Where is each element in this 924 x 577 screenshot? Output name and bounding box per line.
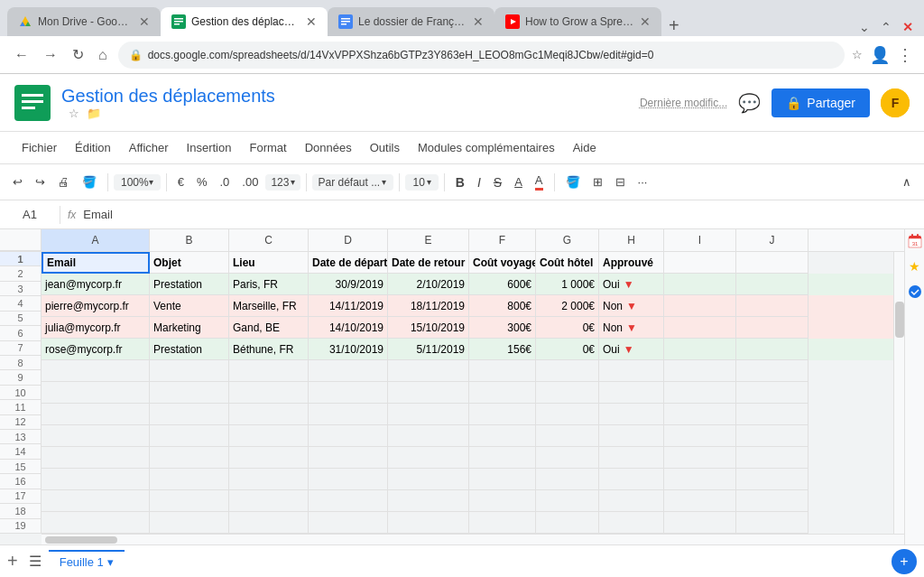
- back-button[interactable]: ←: [11, 43, 32, 67]
- bookmark-icon[interactable]: ☆: [852, 48, 863, 61]
- cell-d12[interactable]: [309, 490, 388, 512]
- cell-f3[interactable]: 800€: [469, 295, 536, 317]
- cell-e7[interactable]: [388, 382, 469, 404]
- cell-g1[interactable]: Coût hôtel: [536, 252, 599, 274]
- cell-d2[interactable]: 30/9/2019: [309, 274, 388, 295]
- forward-button[interactable]: →: [40, 43, 61, 67]
- currency-button[interactable]: €: [172, 172, 189, 192]
- menu-format[interactable]: Format: [242, 137, 293, 158]
- cell-h2[interactable]: Oui▼: [599, 274, 664, 295]
- cell-i7[interactable]: [664, 382, 736, 404]
- cell-f6[interactable]: [469, 360, 536, 382]
- cell-g6[interactable]: [536, 360, 599, 382]
- cell-e3[interactable]: 18/11/2019: [388, 295, 469, 317]
- cell-g8[interactable]: [536, 404, 599, 425]
- cell-c1[interactable]: Lieu: [229, 252, 309, 274]
- cell-b2[interactable]: Prestation: [150, 274, 229, 295]
- cell-d6[interactable]: [309, 360, 388, 382]
- cell-c8[interactable]: [229, 404, 309, 425]
- cell-j13[interactable]: [736, 512, 808, 534]
- cell-c10[interactable]: [229, 447, 309, 469]
- explore-button[interactable]: +: [892, 549, 917, 574]
- cell-a8[interactable]: [42, 404, 150, 425]
- col-header-j[interactable]: J: [736, 229, 808, 251]
- row-num-13[interactable]: 13: [0, 430, 42, 444]
- menu-icon[interactable]: ⋮: [897, 45, 913, 65]
- tab-3-close[interactable]: ✕: [473, 14, 484, 29]
- maximize-icon[interactable]: ⌃: [877, 18, 895, 36]
- cell-b4[interactable]: Marketing: [150, 317, 229, 339]
- sheet-tab-feuille1[interactable]: Feuille 1 ▾: [49, 550, 125, 572]
- cell-f1[interactable]: Coût voyage: [469, 252, 536, 274]
- print-button[interactable]: 🖨: [52, 172, 75, 192]
- cell-a4[interactable]: julia@mycorp.fr: [42, 317, 150, 339]
- cell-e5[interactable]: 5/11/2019: [388, 339, 469, 360]
- cell-b9[interactable]: [150, 425, 229, 447]
- cell-e11[interactable]: [388, 469, 469, 490]
- cell-h3[interactable]: Non▼: [599, 295, 664, 317]
- cell-b11[interactable]: [150, 469, 229, 490]
- formula-input[interactable]: [83, 208, 917, 221]
- cell-d9[interactable]: [309, 425, 388, 447]
- cell-f11[interactable]: [469, 469, 536, 490]
- cell-f13[interactable]: [469, 512, 536, 534]
- cell-i2[interactable]: [664, 274, 736, 295]
- cell-b3[interactable]: Vente: [150, 295, 229, 317]
- menu-insertion[interactable]: Insertion: [180, 137, 239, 158]
- share-button[interactable]: 🔒 Partager: [772, 88, 870, 117]
- cell-c13[interactable]: [229, 512, 309, 534]
- cell-g10[interactable]: [536, 447, 599, 469]
- menu-edition[interactable]: Édition: [68, 137, 118, 158]
- fill-color-button[interactable]: 🪣: [560, 172, 586, 192]
- cell-g2[interactable]: 1 000€: [536, 274, 599, 295]
- cell-a2[interactable]: jean@mycorp.fr: [42, 274, 150, 295]
- menu-modules[interactable]: Modules complémentaires: [411, 137, 562, 158]
- cell-h4[interactable]: Non▼: [599, 317, 664, 339]
- cell-j10[interactable]: [736, 447, 808, 469]
- cell-h5[interactable]: Oui▼: [599, 339, 664, 360]
- col-header-i[interactable]: I: [664, 229, 736, 251]
- cell-f2[interactable]: 600€: [469, 274, 536, 295]
- cell-c4[interactable]: Gand, BE: [229, 317, 309, 339]
- tab-4-close[interactable]: ✕: [640, 14, 651, 29]
- cell-a1[interactable]: Email: [42, 252, 150, 274]
- menu-fichier[interactable]: Fichier: [14, 137, 64, 158]
- cell-g5[interactable]: 0€: [536, 339, 599, 360]
- strikethrough-button[interactable]: S: [488, 172, 507, 193]
- cell-b12[interactable]: [150, 490, 229, 512]
- cell-a7[interactable]: [42, 382, 150, 404]
- cell-d5[interactable]: 31/10/2019: [309, 339, 388, 360]
- format-select[interactable]: 123 ▾: [265, 174, 300, 191]
- cell-i4[interactable]: [664, 317, 736, 339]
- browser-tab-4[interactable]: How to Grow a Spreadshee... ✕: [494, 7, 661, 36]
- cell-b1[interactable]: Objet: [150, 252, 229, 274]
- cell-h8[interactable]: [599, 404, 664, 425]
- browser-tab-3[interactable]: Le dossier de François - Rév... ✕: [328, 7, 494, 36]
- row-num-3[interactable]: 3: [0, 282, 42, 296]
- menu-donnees[interactable]: Données: [298, 137, 359, 158]
- col-header-d[interactable]: D: [309, 229, 388, 251]
- cell-a11[interactable]: [42, 469, 150, 490]
- col-header-e[interactable]: E: [388, 229, 469, 251]
- row-num-14[interactable]: 14: [0, 444, 42, 459]
- cell-i12[interactable]: [664, 490, 736, 512]
- cell-g11[interactable]: [536, 469, 599, 490]
- check-side-icon[interactable]: [907, 284, 923, 300]
- cell-c3[interactable]: Marseille, FR: [229, 295, 309, 317]
- star-icon[interactable]: ☆: [69, 107, 79, 120]
- cell-e1[interactable]: Date de retour: [388, 252, 469, 274]
- cell-c5[interactable]: Béthune, FR: [229, 339, 309, 360]
- cell-j3[interactable]: [736, 295, 808, 317]
- merge-button[interactable]: ⊟: [610, 172, 631, 192]
- col-header-g[interactable]: G: [536, 229, 599, 251]
- row-num-5[interactable]: 5: [0, 312, 42, 326]
- cell-h7[interactable]: [599, 382, 664, 404]
- decimal-inc-button[interactable]: .00: [236, 172, 263, 192]
- cell-h13[interactable]: [599, 512, 664, 534]
- tab-1-close[interactable]: ✕: [139, 14, 150, 29]
- cell-b13[interactable]: [150, 512, 229, 534]
- row-num-18[interactable]: 18: [0, 504, 42, 518]
- profile-icon[interactable]: 👤: [870, 45, 890, 65]
- minimize-icon[interactable]: ⌄: [855, 18, 873, 36]
- cell-f5[interactable]: 156€: [469, 339, 536, 360]
